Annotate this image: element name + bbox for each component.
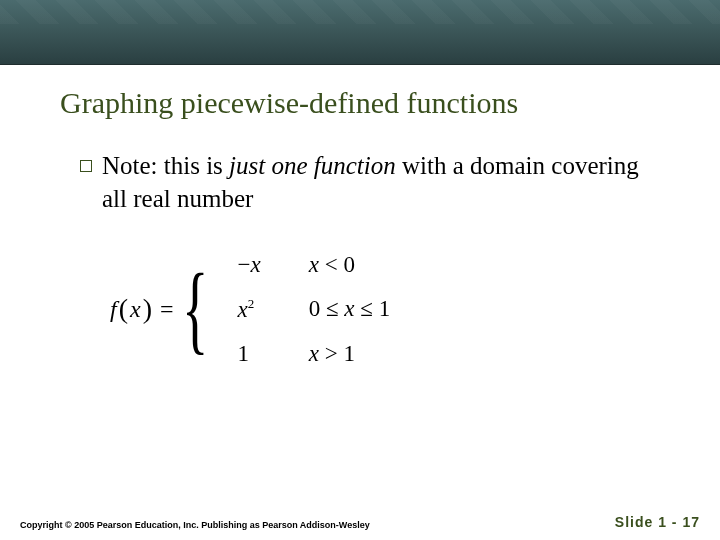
cases-grid: −x x < 0 x2 0 ≤ x ≤ 1 1 x > 1: [238, 252, 391, 367]
case1-var: x: [251, 252, 261, 277]
piecewise-equation: f ( x ) = { −x x < 0 x2 0 ≤ x ≤ 1 1 x > …: [110, 252, 390, 367]
case1-cond-var: x: [309, 252, 319, 277]
equation-lhs: f ( x ): [110, 293, 154, 325]
case2-expr: x2: [238, 296, 261, 323]
case2-var: x: [238, 297, 248, 322]
top-bar: [0, 0, 720, 65]
bullet-italic: just one function: [229, 152, 396, 179]
case3-cond-rel: > 1: [319, 341, 355, 366]
lhs-f: f: [110, 296, 117, 323]
case1-cond-rel: < 0: [319, 252, 355, 277]
case3-expr: 1: [238, 341, 261, 367]
case2-sup: 2: [248, 296, 255, 311]
copyright-text: Copyright © 2005 Pearson Education, Inc.…: [20, 520, 370, 530]
lhs-open-paren: (: [117, 293, 130, 325]
case2-cond-var: x: [344, 296, 354, 321]
left-brace-icon: {: [182, 259, 208, 359]
case2-cond-rel2: ≤ 1: [355, 296, 391, 321]
footer: Copyright © 2005 Pearson Education, Inc.…: [20, 514, 700, 530]
bullet-marker-icon: [80, 160, 92, 172]
case1-cond: x < 0: [309, 252, 390, 278]
body-text: Note: this is just one function with a d…: [80, 150, 660, 215]
equals-sign: =: [160, 296, 174, 323]
case2-cond-rel1: 0 ≤: [309, 296, 345, 321]
slide-number: Slide 1 - 17: [615, 514, 700, 530]
slide: Graphing piecewise-defined functions Not…: [0, 0, 720, 540]
bullet-row: Note: this is just one function with a d…: [80, 150, 660, 215]
lhs-close-paren: ): [141, 293, 154, 325]
bullet-text: Note: this is just one function with a d…: [102, 150, 660, 215]
case3-cond: x > 1: [309, 341, 390, 367]
case1-expr: −x: [238, 252, 261, 278]
case2-cond: 0 ≤ x ≤ 1: [309, 296, 390, 322]
case3-num: 1: [238, 341, 250, 366]
lhs-x: x: [130, 296, 141, 323]
bullet-pre: this is: [158, 152, 230, 179]
case3-cond-var: x: [309, 341, 319, 366]
bullet-lead: Note:: [102, 152, 158, 179]
slide-title: Graphing piecewise-defined functions: [60, 86, 670, 120]
case1-neg: −: [238, 252, 251, 277]
